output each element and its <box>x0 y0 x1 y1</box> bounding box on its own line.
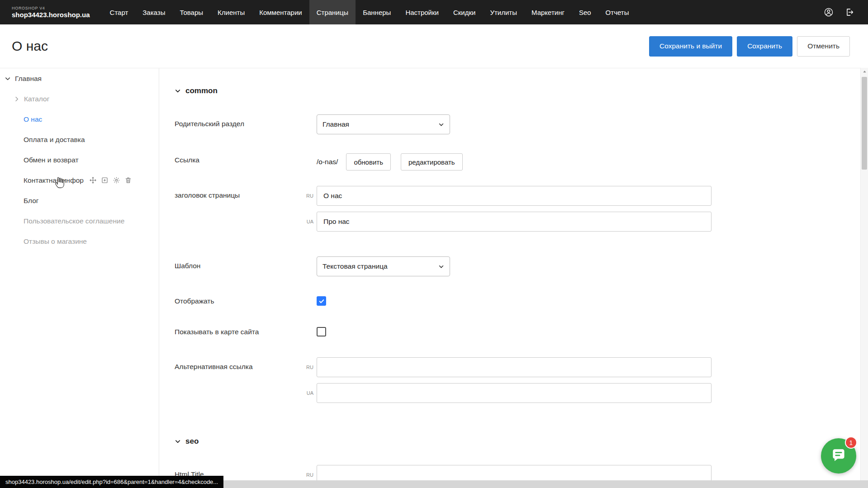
nav-item-products[interactable]: Товары <box>172 0 210 24</box>
scroll-up-button[interactable] <box>861 68 868 76</box>
page-url: /o-nas/ <box>317 158 338 166</box>
nav-item-seo[interactable]: Seo <box>572 0 598 24</box>
field-link: Ссылка /o-nas/ обновить редактировать <box>175 151 868 171</box>
chevron-down-icon <box>175 438 181 445</box>
logo-version: HOROSHOP V4 <box>12 6 90 10</box>
display-checkbox[interactable] <box>317 296 326 306</box>
sitemap-checkbox[interactable] <box>317 327 326 336</box>
nav-item-clients[interactable]: Клиенты <box>210 0 252 24</box>
alt-link-ru-input[interactable] <box>317 357 711 377</box>
chevron-down-icon <box>438 122 444 128</box>
field-label: Отображать <box>175 296 317 305</box>
lang-badge-ua: UA <box>303 390 313 396</box>
scrollbar[interactable] <box>860 68 868 480</box>
edit-link-button[interactable]: редактировать <box>401 153 463 171</box>
status-bar-url: shop34423.horoshop.ua/edit/edit.php?id=6… <box>0 476 223 488</box>
field-label: Ссылка <box>175 151 317 164</box>
nav-item-banners[interactable]: Баннеры <box>356 0 398 24</box>
nav-item-reports[interactable]: Отчеты <box>598 0 636 24</box>
nav-item-orders[interactable]: Заказы <box>135 0 172 24</box>
field-display: Отображать <box>175 296 868 306</box>
tree-label: Обмен и возврат <box>24 156 79 164</box>
page-title: О нас <box>12 38 48 54</box>
chevron-down-icon[interactable] <box>5 76 11 82</box>
chat-bubble-icon <box>829 446 848 465</box>
chevron-down-icon <box>438 264 444 270</box>
content: Главная Каталог О нас Оплата и доставка … <box>0 68 868 480</box>
chat-widget-button[interactable]: 1 <box>821 438 856 474</box>
main-nav: Старт Заказы Товары Клиенты Комментарии … <box>103 0 636 24</box>
add-page-icon[interactable] <box>101 176 109 184</box>
logout-icon[interactable] <box>844 7 854 17</box>
field-label: заголовок страницы <box>175 186 317 199</box>
template-select[interactable]: Текстовая страница <box>317 256 450 276</box>
field-label: Шаблон <box>175 256 317 270</box>
field-sitemap: Показывать в карте сайта <box>175 327 868 338</box>
section-seo[interactable]: seo <box>175 437 868 446</box>
topbar-icons <box>824 7 868 17</box>
lang-badge-ru: RU <box>303 365 313 370</box>
topbar: HOROSHOP V4 shop34423.horoshop.ua Старт … <box>0 0 868 24</box>
save-button[interactable]: Сохранить <box>737 36 792 57</box>
tree-label: Каталог <box>24 95 49 103</box>
cancel-button[interactable]: Отменить <box>797 36 850 57</box>
tree-label: О нас <box>24 115 42 123</box>
pages-tree-sidebar: Главная Каталог О нас Оплата и доставка … <box>0 68 159 480</box>
parent-section-select[interactable]: Главная <box>317 114 450 134</box>
lang-badge-ru: RU <box>303 472 313 478</box>
field-label: Альтернативная ссылка <box>175 357 317 371</box>
nav-item-settings[interactable]: Настройки <box>398 0 446 24</box>
lang-badge-ru: RU <box>303 193 313 199</box>
html-title-ru-input[interactable] <box>317 465 711 481</box>
tree-label: Пользовательское соглашение <box>24 217 124 225</box>
section-title: seo <box>185 437 199 446</box>
logo-domain: shop34423.horoshop.ua <box>12 11 90 19</box>
sidebar-item-kontaktnaya-info[interactable]: Контактная инфор <box>0 170 159 190</box>
chevron-down-icon <box>175 88 181 94</box>
field-template: Шаблон Текстовая страница <box>175 256 868 276</box>
sidebar-item-obmen-vozvrat[interactable]: Обмен и возврат <box>0 150 159 170</box>
drag-move-icon[interactable] <box>89 176 97 184</box>
page-header: О нас Сохранить и выйти Сохранить Отмени… <box>0 24 868 68</box>
sidebar-item-katalog[interactable]: Каталог <box>0 89 159 109</box>
nav-item-pages[interactable]: Страницы <box>309 0 356 24</box>
gear-icon[interactable] <box>113 176 120 184</box>
save-exit-button[interactable]: Сохранить и выйти <box>649 36 732 57</box>
page-title-ru-input[interactable] <box>317 186 711 206</box>
tree-label: Контактная инфор <box>24 176 84 185</box>
page-title-ua-input[interactable] <box>317 212 711 232</box>
tree-label: Отзывы о магазине <box>24 237 87 246</box>
sidebar-item-o-nas[interactable]: О нас <box>0 109 159 129</box>
field-parent-section: Родительский раздел Главная <box>175 114 868 134</box>
nav-item-start[interactable]: Старт <box>103 0 136 24</box>
account-icon[interactable] <box>824 7 834 17</box>
select-value: Текстовая страница <box>323 262 388 270</box>
trash-icon[interactable] <box>124 176 132 184</box>
nav-item-comments[interactable]: Комментарии <box>252 0 309 24</box>
section-common[interactable]: common <box>175 86 868 95</box>
nav-item-marketing[interactable]: Маркетинг <box>524 0 572 24</box>
sidebar-item-glavnaya[interactable]: Главная <box>0 68 159 89</box>
scrollbar-thumb[interactable] <box>862 77 867 170</box>
sidebar-item-otzyvy[interactable]: Отзывы о магазине <box>0 231 159 251</box>
tree-label: Блог <box>24 197 39 205</box>
update-link-button[interactable]: обновить <box>346 153 391 171</box>
lang-badge-ua: UA <box>303 219 313 224</box>
field-label: Родительский раздел <box>175 114 317 128</box>
field-page-title: заголовок страницы RU UA <box>175 186 868 237</box>
chevron-right-icon[interactable] <box>14 96 20 102</box>
nav-item-discounts[interactable]: Скидки <box>446 0 483 24</box>
field-html-title: Html Title Полная замена title, генериру… <box>175 465 868 481</box>
sidebar-item-polzovatelskoe[interactable]: Пользовательское соглашение <box>0 211 159 231</box>
nav-item-utilities[interactable]: Утилиты <box>483 0 524 24</box>
alt-link-ua-input[interactable] <box>317 383 711 403</box>
tree-label: Оплата и доставка <box>24 136 85 144</box>
page-edit-form: common Родительский раздел Главная Ссылк… <box>159 68 868 480</box>
field-label: Показывать в карте сайта <box>175 327 317 336</box>
sidebar-item-blog[interactable]: Блог <box>0 190 159 211</box>
field-alt-link: Альтернативная ссылка RU UA <box>175 357 868 409</box>
section-title: common <box>185 86 218 95</box>
select-value: Главная <box>323 120 349 128</box>
logo[interactable]: HOROSHOP V4 shop34423.horoshop.ua <box>12 6 90 19</box>
sidebar-item-oplata-dostavka[interactable]: Оплата и доставка <box>0 129 159 150</box>
